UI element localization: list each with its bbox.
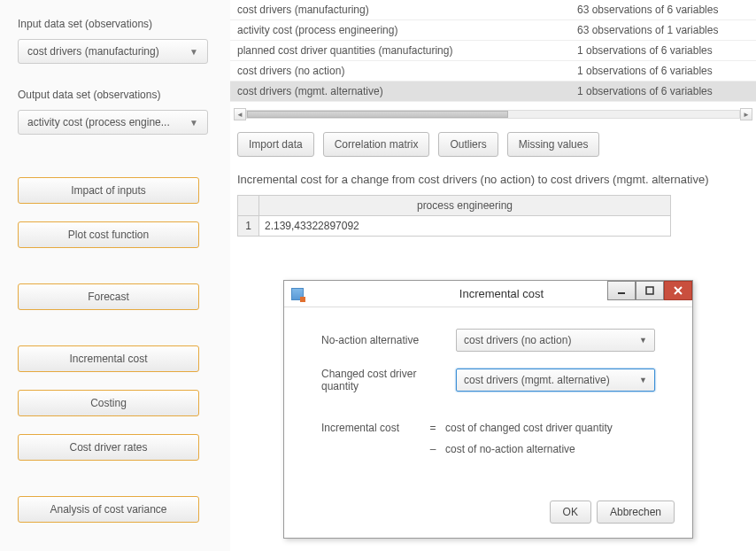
cancel-button[interactable]: Abbrechen (597, 501, 675, 524)
chevron-down-icon: ▼ (189, 118, 198, 128)
dataset-name: cost drivers (mgmt. alternative) (230, 81, 570, 102)
window-controls (607, 281, 692, 300)
dataset-name: cost drivers (manufacturing) (230, 0, 570, 20)
horizontal-scrollbar[interactable]: ◄ ► (230, 107, 756, 121)
result-table: process engineering 1 2.139,43322897092 (237, 195, 671, 237)
action-buttons: Impact of inputs Plot cost function Fore… (18, 177, 212, 523)
changed-dropdown[interactable]: cost drivers (mgmt. alternative) ▼ (456, 369, 655, 392)
noaction-value: cost drivers (no action) (464, 334, 571, 346)
eq-minus: – (420, 438, 445, 460)
dialog-titlebar[interactable]: Incremental cost (284, 281, 692, 307)
result-col-header: process engineering (259, 196, 671, 216)
scroll-thumb[interactable] (247, 111, 508, 118)
incremental-cost-dialog: Incremental cost No-action alternative c… (283, 280, 693, 539)
dialog-footer: OK Abbrechen (550, 501, 675, 524)
maximize-button[interactable] (636, 281, 664, 300)
minimize-button[interactable] (607, 281, 636, 300)
chevron-down-icon: ▼ (639, 336, 647, 345)
ok-button[interactable]: OK (550, 501, 591, 524)
result-row[interactable]: 1 2.139,43322897092 (238, 216, 671, 237)
dataset-name: cost drivers (no action) (230, 61, 570, 81)
incremental-cost-button[interactable]: Incremental cost (18, 345, 199, 372)
table-row[interactable]: cost drivers (no action)1 observations o… (230, 61, 756, 81)
noaction-dropdown[interactable]: cost drivers (no action) ▼ (456, 329, 655, 352)
dataset-name: activity cost (process engineering) (230, 20, 570, 41)
result-corner (238, 196, 259, 216)
eq-term: Incremental cost (321, 417, 420, 438)
output-dataset-dropdown[interactable]: activity cost (process engine... ▼ (18, 110, 208, 135)
result-rownum: 1 (238, 216, 259, 237)
app-icon (291, 288, 304, 300)
scroll-left-icon[interactable]: ◄ (234, 108, 246, 120)
scroll-track[interactable] (246, 110, 740, 119)
input-dataset-dropdown[interactable]: cost drivers (manufacturing) ▼ (18, 39, 208, 64)
dataset-info: 1 observations of 6 variables (570, 81, 756, 102)
dataset-info: 1 observations of 6 variables (570, 41, 756, 61)
table-row[interactable]: planned cost driver quantities (manufact… (230, 41, 756, 61)
changed-value: cost drivers (mgmt. alternative) (464, 374, 610, 386)
outliers-button[interactable]: Outliers (438, 132, 498, 157)
result-value: 2.139,43322897092 (259, 216, 671, 237)
table-row[interactable]: activity cost (process engineering)63 ob… (230, 20, 756, 41)
dataset-info: 63 observations of 1 variables (570, 20, 756, 41)
analysis-variance-button[interactable]: Analysis of cost variance (18, 496, 199, 523)
chevron-down-icon: ▼ (639, 376, 647, 384)
data-toolbar: Import data Correlation matrix Outliers … (230, 121, 756, 169)
input-dataset-label: Input data set (observations) (18, 18, 212, 30)
forecast-button[interactable]: Forecast (18, 283, 199, 310)
close-button[interactable] (664, 281, 692, 300)
plot-cost-function-button[interactable]: Plot cost function (18, 221, 199, 248)
scroll-right-icon[interactable]: ► (740, 108, 752, 120)
sidebar: Input data set (observations) cost drive… (0, 0, 230, 551)
missing-values-button[interactable]: Missing values (507, 132, 600, 157)
table-row[interactable]: cost drivers (mgmt. alternative)1 observ… (230, 81, 756, 102)
table-row[interactable]: cost drivers (manufacturing)63 observati… (230, 0, 756, 20)
dataset-info: 1 observations of 6 variables (570, 61, 756, 81)
eq-equals: = (420, 417, 445, 438)
impact-of-inputs-button[interactable]: Impact of inputs (18, 177, 199, 204)
equation-block: Incremental cost = cost of changed cost … (321, 417, 655, 460)
import-data-button[interactable]: Import data (237, 132, 314, 157)
dataset-info: 63 observations of 6 variables (570, 0, 756, 20)
chevron-down-icon: ▼ (189, 47, 198, 57)
changed-label: Changed cost driver quantity (321, 368, 456, 392)
costing-button[interactable]: Costing (18, 390, 199, 416)
cost-driver-rates-button[interactable]: Cost driver rates (18, 434, 199, 461)
svg-rect-1 (646, 287, 653, 294)
result-area: process engineering 1 2.139,43322897092 (230, 195, 756, 237)
eq-line1: cost of changed cost driver quantity (445, 417, 613, 438)
eq-line2: cost of no-action alternative (445, 438, 575, 460)
dialog-body: No-action alternative cost drivers (no a… (284, 307, 692, 472)
input-dataset-value: cost drivers (manufacturing) (27, 45, 159, 58)
output-dataset-label: Output data set (observations) (18, 89, 212, 101)
result-heading: Incremental cost for a change from cost … (230, 169, 756, 195)
correlation-matrix-button[interactable]: Correlation matrix (323, 132, 430, 157)
output-dataset-value: activity cost (process engine... (27, 116, 170, 128)
dataset-table: cost drivers (manufacturing)63 observati… (230, 0, 756, 102)
dataset-name: planned cost driver quantities (manufact… (230, 41, 570, 61)
noaction-label: No-action alternative (321, 334, 456, 346)
